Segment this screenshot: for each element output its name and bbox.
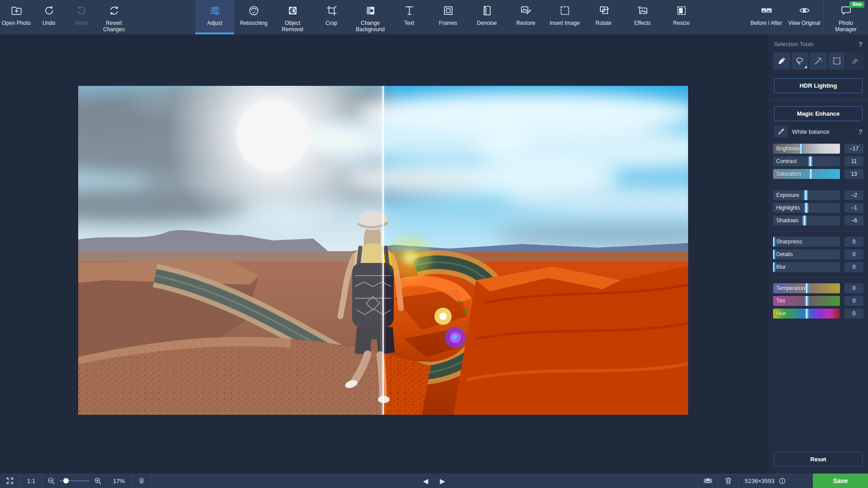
slider-track-saturation[interactable]: Saturation [773, 169, 840, 179]
status-bar: 1:1 17% ◀ ▶ 5236×3593 [0, 474, 868, 488]
slider-value-highlights[interactable]: −1 [844, 203, 863, 213]
magic-enhance-button[interactable]: Magic Enhance [774, 106, 863, 121]
revert-changes-button[interactable]: Revert Changes [98, 0, 130, 34]
slider-handle-contrast[interactable] [808, 156, 812, 166]
filmstrip-icon [703, 476, 712, 485]
redo-button[interactable]: Redo [65, 0, 98, 34]
undo-button[interactable]: Undo [33, 0, 65, 34]
tab-adjust[interactable]: Adjust [195, 0, 234, 34]
tab-change-background[interactable]: Change Background [351, 0, 390, 34]
redo-label: Redo [75, 20, 88, 26]
lasso-dropdown-indicator [804, 66, 807, 68]
hand-icon [137, 476, 146, 485]
slider-track-tint[interactable]: Tint [773, 296, 840, 306]
slider-handle-blur[interactable] [773, 262, 775, 272]
slider-value-sharpness[interactable]: 0 [844, 237, 863, 247]
rectangular-selection-tool[interactable] [828, 52, 845, 70]
filmstrip-toggle-button[interactable] [698, 474, 718, 488]
eraser-tool[interactable] [846, 52, 863, 70]
slider-track-temperature[interactable]: Temperature [773, 283, 840, 293]
slider-value-tint[interactable]: 0 [844, 296, 863, 306]
restore-icon [520, 5, 532, 17]
slider-handle-exposure[interactable] [804, 190, 808, 200]
zoom-in-icon[interactable] [94, 477, 102, 485]
slider-value-hue[interactable]: 0 [844, 309, 863, 319]
tab-restore[interactable]: Restore [506, 0, 545, 34]
slider-row-blur: Blur0 [773, 262, 863, 272]
tab-object-removal[interactable]: Object Removal [273, 0, 312, 34]
white-balance-help-icon[interactable]: ? [859, 128, 863, 136]
slider-track-highlights[interactable]: Highlights [773, 203, 840, 213]
slider-track-shadows[interactable]: Shadows [773, 216, 840, 225]
tab-crop[interactable]: Crop [312, 0, 351, 34]
slider-handle-shadows[interactable] [802, 216, 807, 225]
crop-label: Crop [326, 20, 337, 26]
slider-handle-sharpness[interactable] [773, 237, 775, 247]
slider-track-brightness[interactable]: Brightness [773, 144, 840, 154]
slider-group-divider [773, 184, 863, 185]
slider-value-temperature[interactable]: 0 [844, 283, 863, 293]
slider-value-blur[interactable]: 0 [844, 262, 863, 272]
tab-effects[interactable]: Effects [623, 0, 662, 34]
tab-retouching[interactable]: Retouching [234, 0, 273, 34]
slider-value-details[interactable]: 0 [844, 249, 863, 259]
tab-frames[interactable]: Frames [429, 0, 467, 34]
zoom-out-icon[interactable] [47, 477, 56, 485]
before-after-divider[interactable] [382, 86, 384, 415]
tab-resize[interactable]: Resize [662, 0, 701, 34]
brush-selection-tool[interactable] [773, 52, 790, 70]
slider-handle-tint[interactable] [805, 296, 809, 306]
slider-label-sharpness: Sharpness [776, 237, 802, 247]
reset-button[interactable]: Reset [774, 452, 863, 466]
view-original-button[interactable]: View Original [785, 0, 823, 34]
previous-photo-button[interactable]: ◀ [420, 478, 431, 484]
photo-manager-button[interactable]: New Photo Manager [823, 0, 868, 34]
fit-to-screen-button[interactable] [0, 474, 20, 488]
next-photo-button[interactable]: ▶ [437, 478, 448, 484]
tab-text[interactable]: Text [390, 0, 429, 34]
slider-handle-hue[interactable] [805, 309, 809, 319]
magic-wand-icon [813, 56, 823, 66]
slider-track-contrast[interactable]: Contrast [773, 156, 840, 166]
slider-handle-saturation[interactable] [809, 169, 813, 179]
slider-track-details[interactable]: Details [773, 249, 840, 259]
canvas-area[interactable] [0, 34, 769, 474]
slider-row-brightness: Brightness−17 [773, 144, 863, 154]
slider-value-exposure[interactable]: −2 [844, 190, 863, 200]
tab-denoise[interactable]: Denoise [467, 0, 506, 34]
slider-track-hue[interactable]: Hue [773, 309, 840, 319]
slider-track-blur[interactable]: Blur [773, 262, 840, 272]
slider-value-brightness[interactable]: −17 [844, 144, 863, 154]
restore-label: Restore [516, 20, 535, 26]
tab-insert-image[interactable]: Insert Image [545, 0, 584, 34]
slider-label-shadows: Shadows [776, 216, 798, 225]
slider-handle-highlights[interactable] [804, 203, 808, 213]
zoom-slider[interactable] [60, 480, 90, 481]
hdr-lighting-button[interactable]: HDR Lighting [774, 78, 863, 93]
slider-track-sharpness[interactable]: Sharpness [773, 237, 840, 247]
slider-value-shadows[interactable]: −6 [844, 216, 863, 225]
white-balance-row: White balance ? [769, 121, 868, 143]
slider-value-contrast[interactable]: 11 [844, 156, 863, 166]
selection-tools-help-icon[interactable]: ? [859, 40, 863, 48]
delete-photo-button[interactable] [718, 474, 738, 488]
slider-value-saturation[interactable]: 13 [844, 169, 863, 179]
zoom-slider-handle[interactable] [63, 478, 69, 483]
white-balance-eyedropper-button[interactable] [774, 126, 788, 137]
save-button[interactable]: Save [813, 474, 868, 488]
magic-wand-tool[interactable] [810, 52, 827, 70]
open-photo-button[interactable]: Open Photo [0, 0, 33, 34]
photo-before-after-view[interactable] [78, 86, 688, 415]
actual-size-button[interactable]: 1:1 [20, 474, 42, 488]
before-after-button[interactable]: Before / After [747, 0, 785, 34]
tab-rotate[interactable]: Rotate [584, 0, 623, 34]
slider-label-details: Details [776, 249, 793, 259]
slider-handle-details[interactable] [773, 249, 775, 259]
selection-tools-title: Selection Tools [774, 41, 813, 47]
slider-track-exposure[interactable]: Exposure [773, 190, 840, 200]
hand-tool-button[interactable] [132, 474, 151, 488]
slider-label-blur: Blur [776, 262, 786, 272]
object-removal-label: Object Removal [275, 20, 310, 33]
lasso-selection-tool[interactable] [792, 52, 809, 70]
info-icon[interactable] [778, 477, 787, 485]
